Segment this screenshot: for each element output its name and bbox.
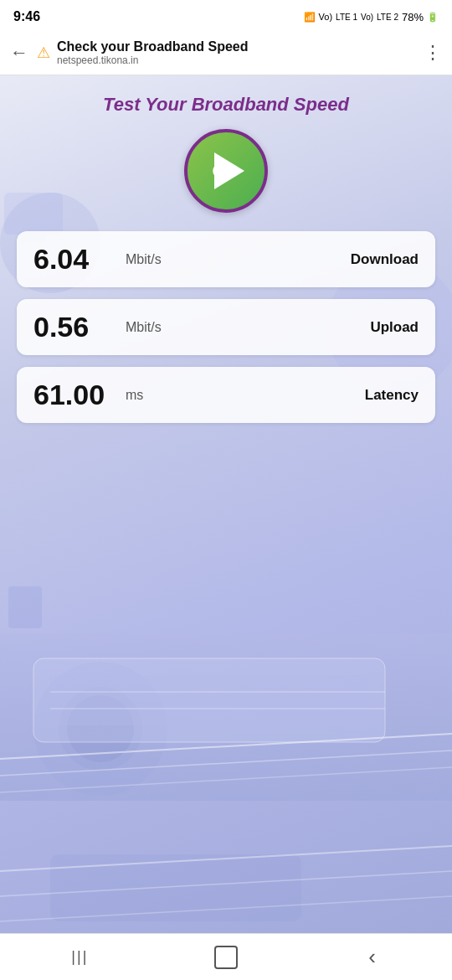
- page-url: netspeed.tikona.in: [57, 54, 424, 66]
- address-bar: ← ⚠ Check your Broadband Speed netspeed.…: [0, 30, 452, 75]
- latency-unit: ms: [126, 388, 365, 403]
- signal2-icon: LTE 1: [336, 13, 357, 22]
- broadband-title: Test Your Broadband Speed: [17, 75, 435, 129]
- go-button[interactable]: GO: [184, 129, 268, 213]
- warning-icon: ⚠: [37, 44, 50, 62]
- latency-label: Latency: [365, 387, 419, 404]
- latency-card: 61.00 ms Latency: [17, 367, 435, 423]
- status-time: 9:46: [13, 9, 40, 24]
- main-content: Test Your Broadband Speed GO 6.04 Mbit/s…: [0, 75, 452, 980]
- battery-indicator: 78%: [402, 11, 424, 23]
- upload-card: 0.56 Mbit/s Upload: [17, 299, 435, 355]
- signal3-icon: Vo): [361, 13, 373, 22]
- upload-value: 0.56: [33, 311, 126, 343]
- latency-value: 61.00: [33, 379, 126, 411]
- go-button-wrapper: GO: [17, 129, 435, 213]
- signal4-icon: LTE 2: [377, 13, 398, 22]
- nav-back-button[interactable]: ‹: [347, 941, 398, 974]
- nav-menu-button[interactable]: |||: [54, 941, 105, 974]
- download-label: Download: [351, 251, 419, 268]
- upload-label: Upload: [370, 319, 419, 336]
- download-card: 6.04 Mbit/s Download: [17, 231, 435, 287]
- svg-rect-9: [8, 586, 42, 628]
- go-label: GO: [212, 162, 239, 181]
- upload-unit: Mbit/s: [126, 320, 370, 335]
- nav-home-button[interactable]: [214, 946, 238, 969]
- address-text: Check your Broadband Speed netspeed.tiko…: [57, 39, 424, 66]
- battery-icon: 🔋: [427, 12, 439, 23]
- status-bar: 9:46 📶 Vo) LTE 1 Vo) LTE 2 78% 🔋: [0, 0, 452, 30]
- page-title-bar: Check your Broadband Speed: [57, 39, 424, 54]
- back-button[interactable]: ←: [10, 42, 28, 64]
- download-unit: Mbit/s: [126, 252, 351, 267]
- status-icons: 📶 Vo) LTE 1 Vo) LTE 2 78% 🔋: [304, 11, 439, 23]
- content-layer: Test Your Broadband Speed GO 6.04 Mbit/s…: [0, 75, 452, 423]
- bottom-area: [0, 633, 452, 801]
- nav-bar: ||| ‹: [0, 933, 452, 980]
- signal-icon: Vo): [319, 12, 333, 22]
- wifi-icon: 📶: [304, 12, 316, 23]
- overflow-menu-button[interactable]: ⋮: [424, 42, 442, 64]
- download-value: 6.04: [33, 243, 126, 276]
- bottom-decoration: [0, 633, 452, 801]
- svg-line-18: [0, 767, 452, 792]
- svg-rect-13: [50, 675, 368, 725]
